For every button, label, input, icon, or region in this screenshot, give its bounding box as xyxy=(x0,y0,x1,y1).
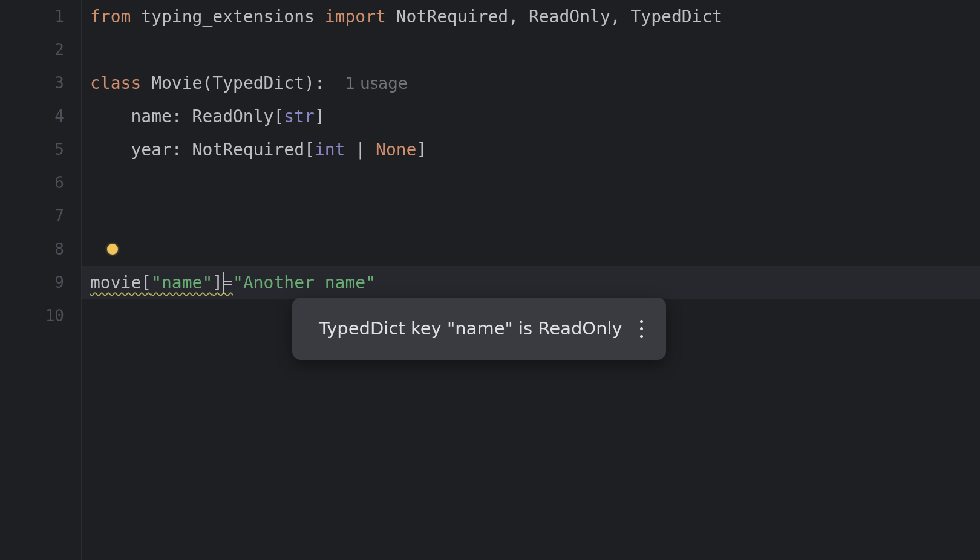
warning-underline: movie["name"]= xyxy=(90,273,233,293)
intention-bulb-icon[interactable] xyxy=(107,244,118,255)
inspection-tooltip[interactable]: TypedDict key "name" is ReadOnly xyxy=(292,298,666,360)
line-number: 5 xyxy=(0,133,64,166)
line-number: 6 xyxy=(0,166,64,200)
usage-hint[interactable]: 1 usage xyxy=(345,74,407,93)
line-number: 7 xyxy=(0,200,64,233)
code-line[interactable] xyxy=(90,166,980,200)
line-number: 10 xyxy=(0,299,64,333)
code-line[interactable] xyxy=(90,33,980,67)
key-string: "name" xyxy=(151,273,212,293)
code-line[interactable]: from typing_extensions import NotRequire… xyxy=(90,0,980,33)
paren: ( xyxy=(202,73,212,93)
line-number: 1 xyxy=(0,0,64,33)
paren-colon: ): xyxy=(304,73,325,93)
import-names: NotRequired, ReadOnly, TypedDict xyxy=(396,7,722,27)
line-number: 2 xyxy=(0,33,64,67)
line-number-gutter: 1 2 3 4 5 6 7 8 9 10 xyxy=(0,0,82,560)
text-caret xyxy=(223,272,224,294)
pipe: | xyxy=(345,140,376,160)
bracket: ] xyxy=(315,106,325,126)
type-int: int xyxy=(315,140,345,160)
keyword-class: class xyxy=(90,73,141,93)
line-number: 8 xyxy=(0,233,64,266)
base-class: TypedDict xyxy=(212,73,304,93)
keyword-import: import xyxy=(325,7,386,27)
tooltip-text: TypedDict key "name" is ReadOnly xyxy=(319,312,622,345)
class-name: Movie xyxy=(151,73,202,93)
more-icon[interactable] xyxy=(635,320,649,338)
code-line-current[interactable]: movie["name"]="Another name" xyxy=(82,266,980,299)
bracket: ] xyxy=(416,140,426,160)
line-number: 3 xyxy=(0,67,64,100)
module-name: typing_extensions xyxy=(141,7,315,27)
code-line[interactable]: movie = Movie(name="Movie name") xyxy=(90,233,980,266)
code-line[interactable] xyxy=(90,200,980,233)
type-none: None xyxy=(376,140,416,160)
code-line[interactable]: year: NotRequired[int | None] xyxy=(90,133,980,166)
type-str: str xyxy=(284,106,315,126)
line-number: 4 xyxy=(0,100,64,133)
var: movie[ xyxy=(90,273,151,293)
code-line[interactable]: class Movie(TypedDict): 1 usage xyxy=(90,67,980,100)
keyword-from: from xyxy=(90,7,131,27)
line-number: 9 xyxy=(0,266,64,299)
code-editor[interactable]: 1 2 3 4 5 6 7 8 9 10 from typing_extensi… xyxy=(0,0,980,560)
string-literal: "Another name" xyxy=(233,273,376,293)
field: year: NotRequired[ xyxy=(131,140,314,160)
field: name: ReadOnly[ xyxy=(131,106,284,126)
code-area[interactable]: from typing_extensions import NotRequire… xyxy=(82,0,980,560)
code-line[interactable]: name: ReadOnly[str] xyxy=(90,100,980,133)
